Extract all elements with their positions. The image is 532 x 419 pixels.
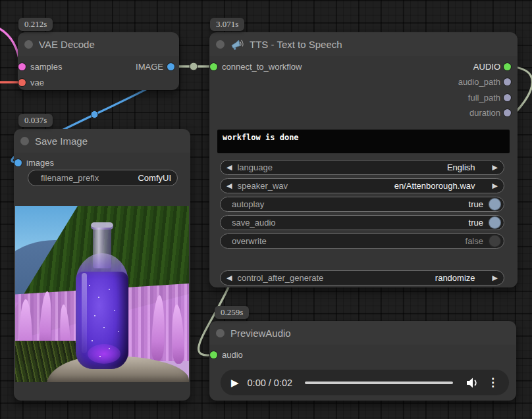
node-title: PreviewAudio <box>230 328 291 339</box>
widget-label: control_after_generate <box>237 273 323 283</box>
widget-control-after-generate[interactable]: ◀ control_after_generate randomize ▶ <box>220 270 504 285</box>
exec-time-badge: 0.259s <box>215 306 249 319</box>
preview-bottle-highlight <box>82 273 87 353</box>
widget-value: true <box>469 218 483 228</box>
input-label-samples: samples <box>30 62 62 72</box>
input-port-samples[interactable] <box>18 63 26 70</box>
prev-arrow-icon[interactable]: ◀ <box>226 274 232 282</box>
output-label-full-path: full_path <box>468 93 500 103</box>
next-arrow-icon[interactable]: ▶ <box>492 274 498 282</box>
widget-value: randomize <box>435 273 475 283</box>
output-port-audio-path[interactable] <box>504 78 511 86</box>
input-port-images[interactable] <box>14 159 22 166</box>
toggle-knob[interactable] <box>489 198 501 210</box>
next-arrow-icon[interactable]: ▶ <box>492 182 498 189</box>
link-midpoint-dot[interactable] <box>190 62 198 70</box>
widget-speaker-wav[interactable]: ◀ speaker_wav en/Attenborough.wav ▶ <box>220 178 504 193</box>
input-port-connect-to-workflow[interactable] <box>210 63 217 70</box>
node-title: Save Image <box>35 136 88 147</box>
node-titlebar[interactable]: PreviewAudio <box>209 321 516 345</box>
preview-image <box>15 206 189 382</box>
output-label-duration: duration <box>469 108 500 118</box>
input-port-audio[interactable] <box>210 351 217 358</box>
preview-bottle-sparkles <box>89 285 90 286</box>
output-port-image[interactable] <box>167 63 174 70</box>
widget-value: en/Attenborough.wav <box>394 181 475 191</box>
node-preview-audio[interactable]: PreviewAudio audio ▶ 0:00 / 0:02 ⋮ <box>209 321 516 401</box>
widget-filename-prefix[interactable]: filename_prefix ComfyUI <box>28 170 178 186</box>
next-arrow-icon[interactable]: ▶ <box>492 164 498 171</box>
widget-label: save_audio <box>226 218 276 228</box>
node-title: TTS - Text to Speech <box>250 39 342 50</box>
preview-bottle-glow <box>88 344 120 364</box>
widget-autoplay-toggle[interactable]: autoplay true <box>220 197 504 212</box>
node-titlebar[interactable]: Save Image <box>14 129 190 153</box>
exec-time-badge: 0.037s <box>18 114 53 127</box>
status-textarea[interactable]: workflow is done <box>217 130 510 153</box>
exec-time-badge: 3.071s <box>210 18 244 31</box>
collapse-dot[interactable] <box>216 329 225 337</box>
input-label-vae: vae <box>30 78 44 87</box>
output-port-full-path[interactable] <box>504 94 511 101</box>
play-button[interactable]: ▶ <box>231 377 239 389</box>
widget-value: false <box>466 236 483 246</box>
audio-player[interactable]: ▶ 0:00 / 0:02 ⋮ <box>221 370 509 395</box>
output-label-audio-path: audio_path <box>458 77 500 87</box>
node-graph-canvas[interactable]: 0.212s 0.037s 3.071s 0.259s VAE Decode s… <box>0 0 532 419</box>
output-label-image: IMAGE <box>136 62 163 72</box>
loudspeaker-icon <box>230 37 244 51</box>
widget-value: true <box>469 199 483 209</box>
node-title: VAE Decode <box>39 39 95 50</box>
playback-time: 0:00 / 0:02 <box>248 378 293 388</box>
widget-label: autoplay <box>226 199 264 209</box>
exec-time-badge: 0.212s <box>18 18 53 31</box>
prev-arrow-icon[interactable]: ◀ <box>226 182 232 189</box>
widget-label: overwrite <box>226 236 267 246</box>
input-label-connect-to-workflow: connect_to_workflow <box>222 62 302 72</box>
widget-value: ComfyUI <box>138 173 171 183</box>
volume-icon[interactable] <box>466 377 479 389</box>
prev-arrow-icon[interactable]: ◀ <box>226 164 232 171</box>
input-label-images: images <box>26 158 54 168</box>
collapse-dot[interactable] <box>216 40 225 49</box>
collapse-dot[interactable] <box>20 137 29 145</box>
widget-label: speaker_wav <box>237 181 288 191</box>
collapse-dot[interactable] <box>24 40 33 49</box>
output-port-duration[interactable] <box>504 109 511 116</box>
widget-value: English <box>447 162 475 172</box>
toggle-knob[interactable] <box>489 216 501 229</box>
widget-language[interactable]: ◀ language English ▶ <box>220 160 504 175</box>
seek-slider[interactable] <box>305 382 453 384</box>
widget-label: filename_prefix <box>34 173 99 183</box>
kebab-menu-icon[interactable]: ⋮ <box>487 376 498 389</box>
widget-save-audio-toggle[interactable]: save_audio true <box>220 215 504 230</box>
node-vae-decode[interactable]: VAE Decode samples vae IMAGE <box>18 32 179 90</box>
input-label-audio: audio <box>222 350 243 360</box>
output-port-audio[interactable] <box>504 63 511 70</box>
link-midpoint-dot[interactable] <box>91 111 98 118</box>
node-titlebar[interactable]: TTS - Text to Speech <box>209 32 518 56</box>
node-tts-text-to-speech[interactable]: TTS - Text to Speech connect_to_workflow… <box>209 32 518 287</box>
toggle-knob[interactable] <box>489 235 501 247</box>
widget-label: language <box>237 162 273 172</box>
output-label-audio: AUDIO <box>473 62 500 72</box>
widget-overwrite-toggle[interactable]: overwrite false <box>220 234 504 249</box>
node-save-image[interactable]: Save Image images filename_prefix ComfyU… <box>14 129 190 401</box>
input-port-vae[interactable] <box>18 79 26 86</box>
node-titlebar[interactable]: VAE Decode <box>18 32 179 56</box>
